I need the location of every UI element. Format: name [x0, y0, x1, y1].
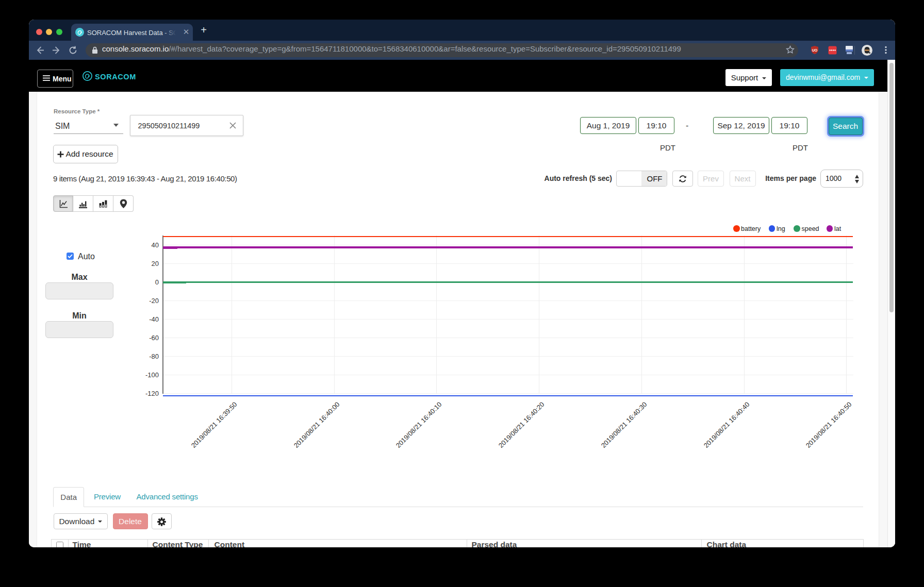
svg-text:UO: UO — [812, 48, 818, 52]
